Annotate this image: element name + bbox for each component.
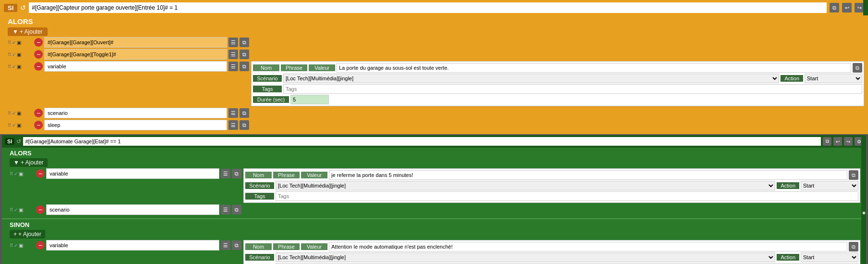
check-icon-4: ✓ [12, 111, 16, 116]
d-valeur-input-a1[interactable] [329, 170, 847, 180]
drag-icon-2: ⠿ [8, 52, 11, 57]
row-list-btn-1[interactable]: ☰ [228, 38, 238, 47]
d-valeur-a1: Valeur [301, 172, 327, 178]
minus-btn-a1[interactable]: − [36, 169, 45, 178]
sq-icon-2: ▣ [17, 52, 21, 57]
minus-btn-3[interactable]: − [34, 62, 43, 71]
top-icon-btn-1[interactable]: ⧉ [830, 3, 839, 13]
row-copy-btn-5[interactable]: ⧉ [239, 120, 249, 130]
row-list-btn-4[interactable]: ☰ [228, 108, 238, 118]
top-condition-input[interactable] [29, 2, 827, 13]
sq-icon-a1: ▣ [19, 171, 23, 176]
sq-icon-a2: ▣ [19, 207, 23, 213]
detail-scenario-select-1[interactable]: [Loc Tech][Multimédia][jingle] [283, 74, 779, 83]
nested-collapse-strip[interactable]: ◉ [861, 135, 866, 264]
d-tags-a1: Tags [245, 193, 274, 200]
row-input-s1[interactable] [46, 240, 219, 251]
sq-icon-s1: ▣ [19, 243, 23, 248]
alors-inner-add-btn[interactable]: ▼ + Ajouter [10, 158, 48, 167]
d-valeur-input-s1[interactable] [329, 242, 847, 251]
nested-condition-input[interactable] [23, 137, 821, 146]
si-badge-nested: SI [5, 138, 14, 145]
minus-btn-2[interactable]: − [34, 50, 43, 59]
sq-icon-1: ▣ [17, 40, 21, 45]
d-nom-s1: Nom [245, 243, 272, 250]
d-phrase-s1: Phrase [273, 243, 300, 250]
row-input-5[interactable] [44, 120, 227, 130]
row-input-4[interactable] [44, 108, 227, 118]
d-scenario-a1: Scénario [245, 182, 274, 189]
check-icon-a1: ✓ [14, 171, 18, 176]
d-action-a1: Action [777, 182, 799, 189]
d-valeur-btn-s1[interactable]: ⧉ [849, 242, 858, 251]
row-input-a1[interactable] [46, 168, 219, 179]
drag-icon-a2: ⠿ [10, 207, 13, 213]
row-copy-btn-s1[interactable]: ⧉ [232, 240, 241, 250]
detail-action-select-1[interactable]: Start [805, 74, 862, 83]
row-copy-btn-a1[interactable]: ⧉ [232, 169, 241, 178]
row-copy-btn-4[interactable]: ⧉ [239, 108, 249, 118]
detail-tags-input-1[interactable] [283, 84, 862, 94]
sq-icon-3: ▣ [17, 64, 21, 69]
check-icon-3: ✓ [12, 64, 16, 69]
minus-btn-s1[interactable]: − [36, 241, 45, 250]
drag-icon-4: ⠿ [8, 111, 11, 116]
row-list-btn-3[interactable]: ☰ [228, 62, 238, 71]
row-input-a2[interactable] [46, 204, 219, 215]
drag-icon-3: ⠿ [8, 64, 11, 69]
refresh-btn-top[interactable]: ↺ [20, 4, 26, 12]
detail-tags-label-1: Tags [253, 86, 282, 92]
check-icon-a2: ✓ [14, 207, 18, 213]
detail-valeur-btn-1[interactable]: ⧉ [853, 63, 862, 73]
top-icon-btn-2[interactable]: ↩ [842, 3, 852, 13]
drag-icon-s1: ⠿ [10, 243, 13, 248]
d-nom-a1: Nom [245, 172, 272, 178]
minus-btn-5[interactable]: − [34, 121, 43, 129]
row-list-btn-5[interactable]: ☰ [228, 120, 238, 130]
minus-btn-4[interactable]: − [34, 109, 43, 117]
row-copy-btn-1[interactable]: ⧉ [239, 38, 249, 47]
d-action-sel-a1[interactable]: Start [801, 181, 858, 190]
nested-icon-1[interactable]: ⧉ [823, 137, 831, 146]
sinon-label: SINON [10, 221, 29, 228]
minus-btn-1[interactable]: − [34, 38, 43, 47]
d-scenario-sel-s1[interactable]: [Loc Tech][Multimédia][jingle] [276, 252, 775, 262]
top-right-strip [863, 0, 868, 15]
check-icon-s1: ✓ [14, 243, 18, 248]
row-list-btn-s1[interactable]: ☰ [221, 240, 230, 250]
detail-valeur-input-1[interactable] [337, 63, 851, 73]
alors-label: ALORS [8, 17, 33, 25]
row-copy-btn-2[interactable]: ⧉ [239, 50, 249, 59]
row-input-3[interactable] [44, 61, 227, 72]
row-list-btn-2[interactable]: ☰ [228, 50, 238, 59]
d-tags-input-a1[interactable] [276, 191, 858, 201]
detail-nom-label-1: Nom [253, 64, 279, 71]
check-icon-1: ✓ [12, 40, 16, 45]
d-phrase-a1: Phrase [273, 172, 300, 178]
check-icon-2: ✓ [12, 52, 16, 57]
detail-duree-label-1: Durée (sec) [253, 96, 289, 103]
d-valeur-s1: Valeur [301, 243, 327, 250]
d-scenario-sel-a1[interactable]: [Loc Tech][Multimédia][jingle] [276, 181, 775, 190]
top-icon-btn-3[interactable]: ↪ [855, 3, 864, 13]
row-copy-btn-3[interactable]: ⧉ [239, 62, 249, 71]
row-copy-btn-a2[interactable]: ⧉ [232, 205, 241, 214]
row-input-1[interactable] [44, 37, 227, 48]
d-action-sel-s1[interactable]: Start [801, 252, 858, 262]
minus-btn-a2[interactable]: − [36, 205, 45, 214]
detail-phrase-label-1: Phrase [281, 64, 307, 71]
detail-duree-input-1[interactable] [290, 95, 329, 104]
d-valeur-btn-a1[interactable]: ⧉ [849, 170, 858, 180]
nested-icon-2[interactable]: ↩ [833, 137, 842, 146]
row-list-btn-a1[interactable]: ☰ [221, 169, 230, 178]
drag-icon-5: ⠿ [8, 123, 11, 128]
alors-add-btn[interactable]: ▼ + Ajouter [8, 27, 48, 36]
sinon-add-btn[interactable]: + + Ajouter [10, 230, 45, 239]
d-scenario-s1: Scénario [245, 254, 274, 261]
drag-icon-1: ⠿ [8, 40, 11, 45]
si-badge-top: SI [4, 4, 17, 12]
row-list-btn-a2[interactable]: ☰ [221, 205, 230, 214]
nested-icon-3[interactable]: ↪ [844, 137, 853, 146]
row-input-2[interactable] [44, 49, 227, 60]
nested-refresh-btn[interactable]: ↺ [16, 138, 21, 145]
